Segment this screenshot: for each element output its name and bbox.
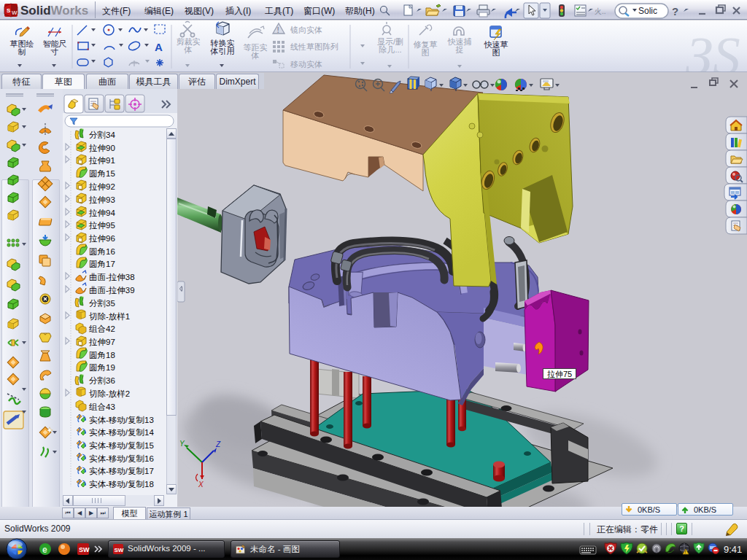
svg-text:W: W: [12, 9, 18, 16]
svg-text:S: S: [7, 7, 11, 14]
svg-text:A: A: [155, 41, 163, 53]
svg-text:?: ?: [672, 5, 678, 18]
svg-text:火..: 火..: [595, 7, 606, 15]
svg-text:SolidWorks: SolidWorks: [20, 4, 88, 18]
svg-text:X: X: [198, 481, 204, 489]
svg-text:e: e: [42, 545, 47, 555]
svg-text:ЗS: ЗS: [686, 26, 740, 72]
svg-text:SW: SW: [79, 546, 90, 553]
svg-text:Z: Z: [215, 440, 221, 448]
svg-text:!: !: [277, 26, 279, 34]
svg-text:Solic: Solic: [638, 6, 657, 16]
svg-text:9:41: 9:41: [724, 544, 742, 555]
svg-text:SW: SW: [115, 547, 124, 553]
